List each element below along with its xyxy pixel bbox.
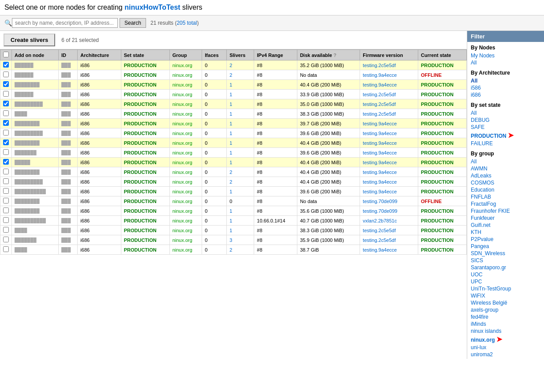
firmware-link[interactable]: testing.9a4ecce <box>363 160 397 165</box>
row-checkbox[interactable] <box>3 101 9 106</box>
filter-group-sarantaporo[interactable]: Sarantaporo.gr <box>471 264 540 271</box>
row-checkbox[interactable] <box>3 207 9 213</box>
slivers-link[interactable]: 1 <box>229 131 232 136</box>
row-checkbox[interactable] <box>3 139 9 145</box>
slivers-link[interactable]: 1 <box>229 82 232 87</box>
row-checkbox[interactable] <box>3 110 9 116</box>
group-link[interactable]: ninux.org <box>173 247 192 253</box>
group-link[interactable]: ninux.org <box>173 160 192 165</box>
group-link[interactable]: ninux.org <box>173 131 192 136</box>
group-link[interactable]: ninux.org <box>173 208 192 214</box>
firmware-link[interactable]: testing.9a4ecce <box>363 247 397 253</box>
row-checkbox[interactable] <box>3 81 9 87</box>
group-link[interactable]: ninux.org <box>173 170 192 175</box>
firmware-link[interactable]: testing.9a4ecce <box>363 121 397 126</box>
group-link[interactable]: ninux.org <box>173 218 192 223</box>
filter-group-iminds[interactable]: iMinds <box>471 320 540 328</box>
row-checkbox[interactable] <box>3 217 9 223</box>
firmware-link[interactable]: testing.9a4ecce <box>363 170 397 175</box>
create-slivers-button[interactable]: Create slivers <box>4 34 55 46</box>
group-link[interactable]: ninux.org <box>173 82 192 87</box>
filter-arch-all[interactable]: All <box>471 77 540 84</box>
slivers-link[interactable]: 2 <box>229 179 232 185</box>
firmware-link[interactable]: vxlan2.2b7851c <box>363 218 397 223</box>
row-checkbox[interactable] <box>3 246 9 252</box>
filter-my-nodes[interactable]: My Nodes <box>471 52 540 59</box>
group-link[interactable]: ninux.org <box>173 150 192 155</box>
row-checkbox[interactable] <box>3 120 9 126</box>
firmware-link[interactable]: testing.9a4ecce <box>363 150 397 155</box>
slivers-link[interactable]: 1 <box>229 189 232 194</box>
group-link[interactable]: ninux.org <box>173 179 192 185</box>
row-checkbox[interactable] <box>3 149 9 155</box>
group-link[interactable]: ninux.org <box>173 199 192 204</box>
filter-group-uni-lux[interactable]: uni-lux <box>471 344 540 351</box>
filter-group-sdn[interactable]: SDN_Wireless <box>471 250 540 257</box>
slivers-link[interactable]: 2 <box>229 247 232 253</box>
group-link[interactable]: ninux.org <box>173 189 192 194</box>
slivers-link[interactable]: 1 <box>229 121 232 126</box>
row-checkbox[interactable] <box>3 130 9 136</box>
firmware-link[interactable]: testing.9a4ecce <box>363 131 397 136</box>
filter-group-upc[interactable]: UPC <box>471 278 540 285</box>
filter-state-production[interactable]: PRODUCTION ➤ <box>471 131 540 140</box>
group-link[interactable]: ninux.org <box>173 237 192 243</box>
firmware-link[interactable]: testing.2c5e5df <box>363 237 396 243</box>
filter-group-wifix[interactable]: WiFIX <box>471 292 540 299</box>
filter-group-awmn[interactable]: AWMN <box>471 165 540 172</box>
slivers-link[interactable]: 1 <box>229 150 232 155</box>
filter-group-adleaks[interactable]: AdLeaks <box>471 172 540 179</box>
firmware-link[interactable]: testing.2c5e5df <box>363 102 396 107</box>
slivers-link[interactable]: 2 <box>229 170 232 175</box>
filter-arch-i686[interactable]: i686 <box>471 91 540 98</box>
firmware-link[interactable]: testing.2c5e5df <box>363 228 396 233</box>
row-checkbox[interactable] <box>3 72 9 77</box>
firmware-link[interactable]: testing.70de099 <box>363 199 397 204</box>
group-link[interactable]: ninux.org <box>173 72 192 78</box>
firmware-link[interactable]: testing.70de099 <box>363 208 397 214</box>
firmware-link[interactable]: testing.2c5e5df <box>363 63 396 68</box>
firmware-link[interactable]: testing.9a4ecce <box>363 82 397 87</box>
firmware-link[interactable]: testing.9a4ecce <box>363 140 397 146</box>
firmware-link[interactable]: testing.9a4ecce <box>363 189 397 194</box>
group-link[interactable]: ninux.org <box>173 63 192 68</box>
group-link[interactable]: ninux.org <box>173 111 192 117</box>
filter-group-fractalfog[interactable]: FractalFog <box>471 200 540 207</box>
total-link[interactable]: 205 total <box>176 20 197 26</box>
filter-group-sics[interactable]: SICS <box>471 257 540 264</box>
search-button[interactable]: Search <box>120 18 146 28</box>
row-checkbox[interactable] <box>3 159 9 165</box>
slivers-link[interactable]: 1 <box>229 140 232 146</box>
group-link[interactable]: ninux.org <box>173 228 192 233</box>
row-checkbox[interactable] <box>3 188 9 194</box>
row-checkbox[interactable] <box>3 169 9 174</box>
filter-state-all[interactable]: All <box>471 109 540 117</box>
filter-group-education[interactable]: Education <box>471 186 540 193</box>
filter-group-uoc[interactable]: UOC <box>471 271 540 278</box>
filter-group-unitn[interactable]: UniTn-TestGroup <box>471 285 540 292</box>
filter-state-failure[interactable]: FAILURE <box>471 140 540 147</box>
filter-group-all[interactable]: All <box>471 158 540 165</box>
filter-state-debug[interactable]: DEBUG <box>471 117 540 124</box>
firmware-link[interactable]: testing.2c5e5df <box>363 92 396 97</box>
slivers-link[interactable]: 2 <box>229 72 232 78</box>
filter-group-fnflab[interactable]: FNFLAB <box>471 193 540 200</box>
filter-group-cosmos[interactable]: COSMOS <box>471 179 540 186</box>
filter-group-p2pvalue[interactable]: P2Pvalue <box>471 236 540 243</box>
row-checkbox[interactable] <box>3 227 9 233</box>
firmware-link[interactable]: testing.2c5e5df <box>363 111 396 117</box>
slivers-link[interactable]: 1 <box>229 228 232 233</box>
row-checkbox[interactable] <box>3 198 9 204</box>
slivers-link[interactable]: 1 <box>229 218 232 223</box>
row-checkbox[interactable] <box>3 178 9 184</box>
filter-arch-i586[interactable]: i586 <box>471 84 540 91</box>
search-input[interactable] <box>12 18 118 28</box>
slivers-link[interactable]: 1 <box>229 92 232 97</box>
slivers-link[interactable]: 1 <box>229 208 232 214</box>
filter-group-guifi[interactable]: Guifi.net <box>471 222 540 229</box>
filter-group-uniroma2[interactable]: uniroma2 <box>471 351 540 358</box>
header-link[interactable]: ninuxHowToTest <box>124 4 180 11</box>
filter-group-axels[interactable]: axels-group <box>471 306 540 313</box>
slivers-link[interactable]: 3 <box>229 237 232 243</box>
group-link[interactable]: ninux.org <box>173 102 192 107</box>
